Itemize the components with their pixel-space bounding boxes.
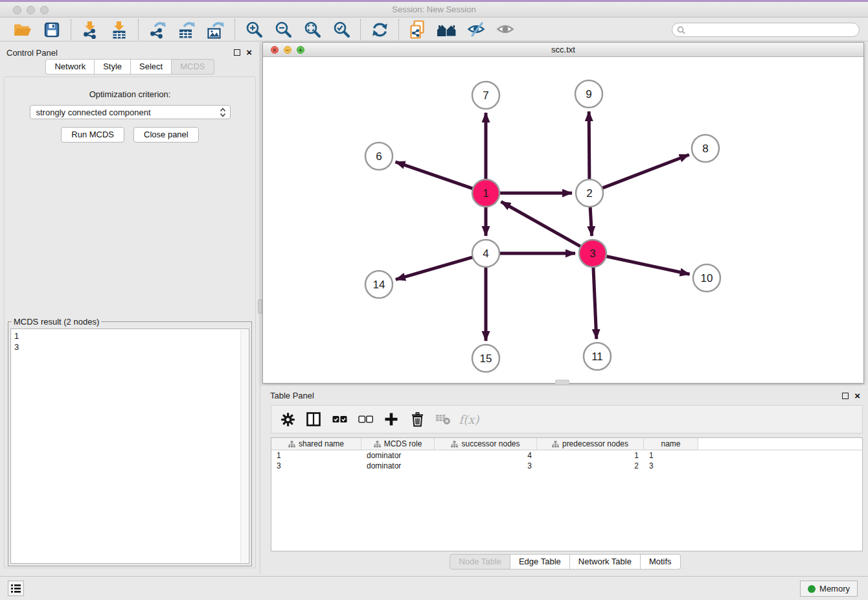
network-maximize-button[interactable]: +	[297, 46, 304, 54]
node-14[interactable]: 14	[365, 271, 393, 298]
edge-2-8[interactable]	[602, 155, 689, 189]
tab-style[interactable]: Style	[95, 59, 131, 75]
memory-button[interactable]: Memory	[800, 581, 858, 597]
edge-4-14[interactable]	[396, 257, 473, 280]
delete-row-button[interactable]	[409, 411, 425, 427]
node-6[interactable]: 6	[365, 143, 393, 170]
edge-1-6[interactable]	[396, 162, 474, 189]
delete-table-button[interactable]	[435, 411, 451, 427]
search-icon	[677, 26, 685, 34]
horizontal-splitter-handle[interactable]	[555, 380, 569, 385]
edge-3-10[interactable]	[606, 256, 690, 274]
network-minimize-button[interactable]: −	[284, 46, 291, 54]
close-window-button[interactable]	[13, 6, 21, 14]
node-11[interactable]: 11	[584, 343, 611, 370]
tab-network[interactable]: Network	[45, 59, 95, 75]
search-input[interactable]	[685, 25, 859, 34]
node-7[interactable]: 7	[472, 82, 499, 109]
node-3[interactable]: 3	[579, 240, 606, 267]
hide-graphics-details-button[interactable]	[464, 20, 488, 40]
tab-motifs[interactable]: Motifs	[641, 554, 681, 570]
edge-2-9[interactable]	[589, 111, 589, 179]
float-panel-button[interactable]	[234, 47, 240, 58]
clone-network-button[interactable]	[406, 20, 429, 40]
svg-text:15: 15	[480, 352, 492, 365]
table-row[interactable]: 1dominator411	[271, 450, 862, 461]
refresh-icon	[371, 21, 389, 38]
column-header[interactable]: predecessor nodes	[537, 438, 644, 450]
deselect-all-button[interactable]	[358, 411, 373, 427]
show-graphics-details-button[interactable]	[494, 20, 517, 40]
table-cell[interactable]: 1	[644, 450, 698, 461]
zoom-out-icon	[275, 21, 292, 38]
table-cell[interactable]: 1	[537, 450, 644, 461]
import-table-button[interactable]	[108, 20, 131, 40]
edge-2-3[interactable]	[590, 207, 591, 236]
export-network-button[interactable]	[146, 20, 169, 40]
mcds-result-textarea[interactable]: 13	[10, 329, 249, 564]
column-header[interactable]: successor nodes	[435, 438, 537, 450]
node-2[interactable]: 2	[576, 179, 603, 207]
zoom-fit-button[interactable]	[301, 20, 324, 40]
app-window-controls[interactable]	[13, 6, 49, 14]
table-toolbar: f(x)	[271, 405, 863, 433]
table-cell[interactable]: 4	[435, 450, 537, 461]
task-history-button[interactable]	[8, 581, 24, 596]
open-file-button[interactable]	[11, 20, 34, 40]
close-panel-button[interactable]: Close panel	[133, 127, 199, 143]
table-settings-button[interactable]	[280, 411, 295, 427]
zoom-in-button[interactable]	[242, 20, 266, 40]
column-header[interactable]: shared name	[271, 438, 361, 450]
criterion-dropdown[interactable]: strongly connected component	[30, 105, 231, 119]
close-table-panel-icon[interactable]: ×	[854, 393, 860, 399]
table-cell[interactable]: 3	[435, 461, 537, 471]
zoom-out-button[interactable]	[271, 20, 295, 40]
tab-network-table[interactable]: Network Table	[570, 554, 641, 570]
run-mcds-button[interactable]: Run MCDS	[61, 127, 124, 143]
network-window-titlebar[interactable]: × − + scc.txt	[263, 43, 863, 57]
node-15[interactable]: 15	[472, 345, 499, 372]
table-cell[interactable]: 2	[537, 461, 644, 471]
table-row[interactable]: 3dominator323	[271, 461, 862, 471]
function-builder-button[interactable]: f(x)	[461, 411, 477, 427]
save-session-button[interactable]	[40, 20, 63, 40]
column-header[interactable]: name	[644, 438, 698, 450]
export-table-button[interactable]	[175, 20, 198, 40]
edge-3-11[interactable]	[593, 267, 597, 339]
table-cell[interactable]: dominator	[361, 450, 435, 461]
result-scrollbar[interactable]	[240, 330, 248, 562]
zoom-selected-button[interactable]	[330, 20, 353, 40]
node-4[interactable]: 4	[472, 240, 499, 267]
home-button[interactable]	[435, 20, 459, 40]
show-columns-button[interactable]	[306, 411, 321, 427]
network-close-button[interactable]: ×	[271, 46, 279, 54]
node-8[interactable]: 8	[692, 135, 719, 162]
node-1[interactable]: 1	[472, 179, 499, 207]
minimize-window-button[interactable]	[27, 6, 35, 14]
tab-node-table[interactable]: Node Table	[450, 554, 510, 570]
export-image-button[interactable]	[204, 20, 227, 40]
close-panel-icon[interactable]: ×	[246, 49, 252, 56]
import-network-button[interactable]	[78, 20, 102, 40]
columns-icon	[306, 412, 321, 426]
select-all-button[interactable]	[332, 411, 347, 427]
table-cell[interactable]: 1	[271, 450, 361, 461]
tab-edge-table[interactable]: Edge Table	[510, 554, 570, 570]
zoom-window-button[interactable]	[40, 6, 49, 14]
node-9[interactable]: 9	[575, 80, 602, 108]
edge-3-1[interactable]	[501, 202, 581, 246]
network-canvas[interactable]: 7968124314101511	[263, 58, 863, 383]
table-cell[interactable]: dominator	[361, 461, 435, 471]
network-graph[interactable]: 7968124314101511	[263, 58, 864, 384]
add-row-button[interactable]	[383, 411, 399, 427]
optimization-criterion-label: Optimization criterion:	[5, 89, 255, 99]
node-10[interactable]: 10	[693, 264, 720, 292]
tab-select[interactable]: Select	[131, 59, 172, 75]
table-cell[interactable]: 3	[271, 461, 361, 471]
tab-mcds[interactable]: MCDS	[172, 59, 214, 75]
table-cell[interactable]: 3	[644, 461, 698, 471]
float-table-panel-button[interactable]	[842, 390, 849, 402]
search-field[interactable]	[672, 23, 860, 37]
column-header[interactable]: MCDS role	[361, 438, 435, 450]
refresh-view-button[interactable]	[368, 20, 391, 40]
